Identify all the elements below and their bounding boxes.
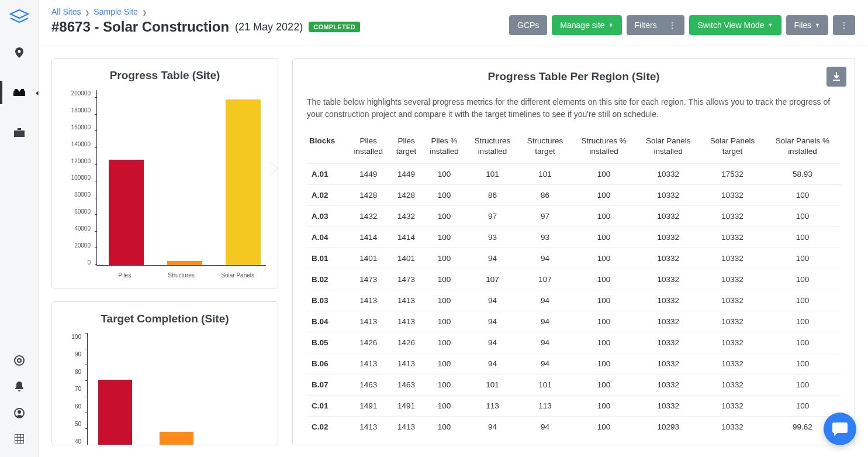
app-logo[interactable]: [9, 6, 30, 27]
table-cell: 10332: [700, 332, 765, 353]
manage-site-button[interactable]: Manage site▼: [552, 15, 621, 35]
table-cell: 100: [423, 206, 466, 227]
table-cell: 10332: [636, 374, 700, 396]
expand-arrow-icon[interactable]: [270, 162, 278, 176]
table-cell: 94: [466, 311, 518, 332]
table-cell: 10332: [636, 248, 700, 269]
table-cell: 100: [423, 353, 466, 374]
table-row: B.041413141310094941001033210332100: [307, 311, 841, 332]
table-cell: 100: [423, 332, 466, 353]
table-cell: 100: [572, 332, 637, 353]
table-cell: 101: [466, 164, 518, 185]
caret-down-icon: ▼: [608, 22, 614, 28]
grid-icon[interactable]: [15, 434, 24, 446]
breadcrumb: All Sites ❯ Sample Site ❯: [51, 7, 360, 16]
table-cell: 1449: [390, 164, 422, 185]
table-cell: 94: [519, 248, 572, 269]
chat-fab[interactable]: [824, 413, 856, 445]
table-cell: 101: [519, 164, 572, 185]
table-cell: 10332: [700, 206, 765, 227]
table-cell: 10332: [636, 227, 700, 248]
files-button[interactable]: Files▼: [786, 15, 828, 35]
table-cell: 100: [423, 311, 466, 332]
download-button[interactable]: [826, 67, 846, 87]
region-table-description: The table below highlights several progr…: [307, 96, 841, 121]
table-cell: 58.93: [765, 164, 841, 185]
table-cell: 94: [466, 353, 518, 374]
svg-point-1: [18, 359, 21, 362]
more-options-button[interactable]: ⋮: [833, 15, 855, 35]
briefcase-icon[interactable]: [0, 121, 39, 144]
table-cell: 10332: [700, 227, 765, 248]
table-cell: 100: [423, 227, 466, 248]
table-cell: 1432: [347, 206, 390, 227]
table-cell: 100: [765, 248, 841, 269]
table-header: Solar Panels %installed: [765, 131, 841, 164]
toolbar: GCPs Manage site▼ Filters ⋮ Switch View …: [509, 15, 855, 35]
table-row: B.07146314631001011011001033210332100: [307, 374, 841, 396]
table-cell: 113: [519, 396, 572, 417]
table-cell: 1463: [347, 374, 390, 396]
table-cell: 100: [765, 206, 841, 227]
chart-title: Progress Table (Site): [60, 69, 269, 82]
table-cell: 1449: [347, 164, 390, 185]
table-header: Structures %installed: [572, 131, 637, 164]
breadcrumb-sample-site[interactable]: Sample Site: [94, 7, 137, 16]
table-cell: 1428: [390, 185, 422, 206]
table-cell: 1413: [390, 290, 422, 311]
table-cell: 100: [423, 417, 466, 438]
gcps-button[interactable]: GCPs: [509, 15, 547, 35]
table-cell: 94: [466, 332, 518, 353]
table-cell: B.07: [307, 374, 347, 396]
table-cell: B.03: [307, 290, 347, 311]
binoculars-icon[interactable]: [0, 81, 39, 104]
table-cell: 1401: [347, 248, 390, 269]
table-row: C.02141314131009494100102931033299.62: [307, 417, 841, 438]
table-cell: 100: [572, 290, 637, 311]
table-cell: 101: [466, 374, 518, 396]
table-cell: 100: [765, 311, 841, 332]
table-cell: 17532: [700, 164, 765, 185]
table-cell: 94: [519, 353, 572, 374]
progress-region-table: BlocksPilesinstalledPilestargetPiles %in…: [307, 131, 841, 437]
filters-button[interactable]: Filters ⋮: [627, 15, 685, 35]
page-title-text: #8673 - Solar Construction: [51, 19, 229, 35]
bell-icon[interactable]: [15, 382, 24, 395]
table-cell: 100: [423, 248, 466, 269]
table-cell: 10332: [636, 311, 700, 332]
table-cell: 94: [519, 290, 572, 311]
table-cell: 94: [466, 290, 518, 311]
table-cell: 100: [765, 374, 841, 396]
table-cell: 10332: [700, 290, 765, 311]
table-header: Pilestarget: [390, 131, 422, 164]
table-cell: 100: [765, 185, 841, 206]
page-date: (21 May 2022): [235, 21, 303, 33]
table-row: A.031432143210097971001033210332100: [307, 206, 841, 227]
table-cell: 10332: [636, 164, 700, 185]
table-row: A.0114491449100101101100103321753258.93: [307, 164, 841, 185]
table-cell: 100: [423, 269, 466, 290]
table-cell: 1413: [347, 311, 390, 332]
map-pin-icon[interactable]: [0, 41, 39, 64]
page-title: #8673 - Solar Construction (21 May 2022)…: [51, 19, 360, 35]
table-header: Solar Panelstarget: [700, 131, 765, 164]
table-cell: A.02: [307, 185, 347, 206]
table-cell: 100: [765, 332, 841, 353]
switch-view-button[interactable]: Switch View Mode▼: [689, 15, 781, 35]
breadcrumb-all-sites[interactable]: All Sites: [51, 7, 81, 16]
user-icon[interactable]: [14, 408, 25, 421]
chevron-right-icon: ❯: [142, 9, 147, 16]
table-cell: 10332: [700, 185, 765, 206]
help-icon[interactable]: [14, 355, 25, 369]
svg-point-0: [15, 356, 24, 365]
target-bar-chart: 100908070605040: [60, 334, 269, 445]
table-cell: B.05: [307, 332, 347, 353]
table-cell: A.04: [307, 227, 347, 248]
table-cell: 1473: [347, 269, 390, 290]
table-header: Structuresinstalled: [466, 131, 518, 164]
more-vert-icon: ⋮: [840, 20, 848, 30]
table-cell: 100: [572, 248, 637, 269]
table-cell: 100: [423, 396, 466, 417]
sidebar: [0, 0, 39, 457]
table-cell: 10332: [700, 269, 765, 290]
